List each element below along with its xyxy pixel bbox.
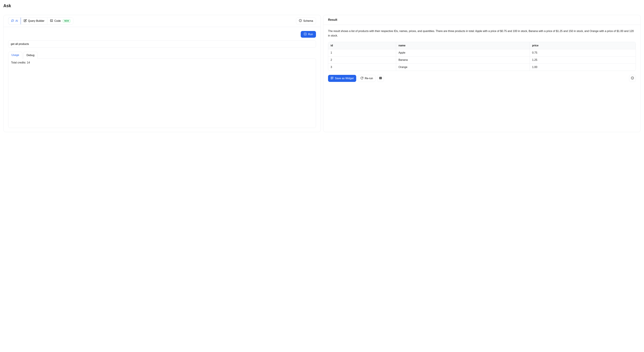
schema-button[interactable]: Schema — [296, 17, 316, 24]
segment-query-builder-label: Query Builder — [28, 19, 44, 22]
svg-rect-11 — [331, 78, 332, 79]
cell: 1 — [328, 49, 396, 56]
svg-rect-10 — [332, 77, 333, 78]
cell: 1.00 — [530, 64, 636, 71]
svg-point-0 — [12, 20, 12, 21]
result-table: id name price 1 Apple 0.75 — [328, 42, 636, 71]
cell: 2 — [328, 56, 396, 64]
tab-usage[interactable]: Usage — [8, 52, 22, 58]
result-tabs: Usage Debug — [8, 52, 316, 58]
svg-point-1 — [12, 20, 13, 21]
result-header: Result — [323, 15, 640, 25]
page-title: Ask — [3, 3, 641, 8]
cell: Orange — [396, 64, 530, 71]
segment-ai-label: AI — [16, 19, 18, 22]
result-table-wrap: id name price 1 Apple 0.75 — [328, 42, 636, 71]
result-panel: Result The result shows a list of produc… — [323, 15, 641, 132]
segment-code[interactable]: Code NEW — [47, 17, 73, 24]
table-row: 3 Orange 1.00 — [328, 64, 636, 71]
ask-panel: AI Query Builder Code NEW — [3, 15, 321, 132]
tab-debug[interactable]: Debug — [23, 52, 38, 58]
col-header: name — [396, 42, 530, 49]
result-summary: The result shows a list of products with… — [328, 29, 636, 38]
edit-icon — [24, 19, 27, 23]
cell: Banana — [396, 56, 530, 64]
result-actions: Save as Widget Re-run — [328, 75, 636, 82]
cell: Apple — [396, 49, 530, 56]
save-widget-label: Save as Widget — [335, 77, 354, 80]
col-header: id — [328, 42, 396, 49]
table-row: 1 Apple 0.75 — [328, 49, 636, 56]
info-button[interactable] — [629, 75, 636, 82]
credits-text: Total credits: 14 — [11, 61, 313, 64]
rerun-label: Re-run — [365, 77, 373, 80]
result-body: The result shows a list of products with… — [323, 25, 640, 86]
table-icon — [379, 77, 382, 80]
play-icon — [304, 32, 307, 36]
rerun-button[interactable]: Re-run — [358, 75, 376, 82]
new-badge: NEW — [63, 19, 70, 23]
cell: 0.75 — [530, 49, 636, 56]
mode-segmented: AI Query Builder Code NEW — [8, 17, 73, 24]
info-icon — [631, 77, 634, 80]
cell: 1.25 — [530, 56, 636, 64]
ask-panel-header: AI Query Builder Code NEW — [4, 15, 321, 27]
tab-pane-usage: Total credits: 14 — [8, 58, 316, 128]
svg-rect-14 — [379, 77, 382, 79]
segment-ai[interactable]: AI — [8, 17, 21, 24]
svg-marker-8 — [305, 33, 306, 34]
query-input[interactable] — [8, 40, 316, 48]
info-icon — [299, 19, 302, 23]
ask-panel-body: Run Usage Debug Total credits: 14 — [4, 27, 321, 132]
terminal-icon — [50, 19, 53, 23]
table-row: 2 Banana 1.25 — [328, 56, 636, 64]
refresh-icon — [360, 77, 364, 80]
svg-rect-9 — [331, 77, 332, 78]
schema-button-label: Schema — [303, 19, 313, 22]
run-button-label: Run — [308, 33, 313, 36]
cell: 3 — [328, 64, 396, 71]
segment-code-label: Code — [54, 19, 61, 22]
result-title: Result — [328, 18, 636, 22]
table-view-button[interactable] — [377, 75, 384, 82]
save-widget-button[interactable]: Save as Widget — [328, 75, 356, 82]
col-header: price — [530, 42, 636, 49]
segment-query-builder[interactable]: Query Builder — [21, 17, 47, 24]
chat-icon — [11, 19, 14, 23]
widget-add-icon — [330, 77, 334, 80]
run-button[interactable]: Run — [301, 31, 316, 38]
